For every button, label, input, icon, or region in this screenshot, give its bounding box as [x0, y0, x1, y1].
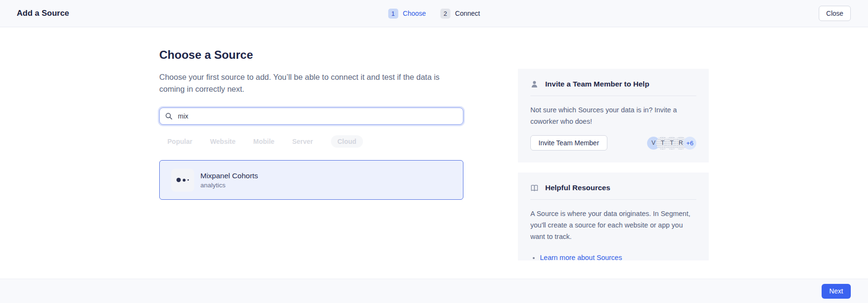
add-source-wizard: Add a Source 1 Choose 2 Connect Close Ch… — [0, 0, 868, 303]
person-icon — [530, 80, 538, 88]
invite-team-member-button[interactable]: Invite Team Member — [530, 135, 607, 151]
invite-panel-title: Invite a Team Member to Help — [545, 80, 649, 88]
tab-website[interactable]: Website — [210, 135, 235, 148]
step-choose[interactable]: 1 Choose — [388, 9, 426, 19]
team-avatar-stack: V T T R +6 — [647, 137, 696, 150]
resources-panel-header: Helpful Resources — [530, 184, 696, 192]
tab-mobile[interactable]: Mobile — [253, 135, 275, 148]
step-choose-label: Choose — [403, 10, 426, 17]
tab-cloud[interactable]: Cloud — [331, 135, 363, 148]
step-choose-badge: 1 — [388, 9, 398, 19]
mixpanel-logo-icon — [171, 169, 194, 192]
list-item: Learn more about Sources — [540, 254, 696, 260]
next-button[interactable]: Next — [822, 284, 851, 299]
step-connect-badge: 2 — [440, 9, 450, 19]
resources-panel: Helpful Resources A Source is where your… — [518, 173, 709, 260]
main-heading: Choose a Source — [159, 48, 463, 62]
step-connect[interactable]: 2 Connect — [440, 9, 480, 19]
wizard-stepper: 1 Choose 2 Connect — [388, 9, 480, 19]
invite-panel-body: Not sure which Sources your data is in? … — [530, 104, 696, 127]
result-type: analytics — [200, 182, 258, 189]
resources-links: Learn more about Sources — [530, 254, 696, 260]
main-content: Choose a Source Choose your first source… — [159, 27, 463, 200]
source-result-mixpanel-cohorts[interactable]: Mixpanel Cohorts analytics — [159, 160, 463, 200]
avatar-overflow-badge: +6 — [683, 137, 696, 150]
source-search — [159, 108, 463, 125]
page-title: Add a Source — [17, 9, 69, 18]
divider — [530, 96, 696, 96]
result-name: Mixpanel Cohorts — [200, 172, 258, 180]
main-description: Choose your first source to add. You’ll … — [159, 71, 446, 95]
wizard-footer: Next — [0, 279, 868, 303]
result-text: Mixpanel Cohorts analytics — [200, 172, 258, 189]
search-input[interactable] — [159, 108, 463, 125]
learn-more-sources-link[interactable]: Learn more about Sources — [540, 254, 622, 260]
resources-panel-title: Helpful Resources — [545, 184, 610, 192]
divider — [530, 199, 696, 200]
search-icon — [165, 112, 173, 120]
invite-row: Invite Team Member V T T R +6 — [530, 135, 696, 151]
category-tabs: Popular Website Mobile Server Cloud — [159, 135, 463, 148]
invite-panel-header: Invite a Team Member to Help — [530, 80, 696, 88]
invite-panel: Invite a Team Member to Help Not sure wh… — [518, 69, 709, 162]
close-button[interactable]: Close — [819, 6, 851, 21]
book-icon — [530, 184, 538, 192]
step-connect-label: Connect — [455, 10, 480, 17]
resources-panel-body: A Source is where your data originates. … — [530, 208, 696, 242]
tab-server[interactable]: Server — [292, 135, 313, 148]
tab-popular[interactable]: Popular — [167, 135, 192, 148]
wizard-header: Add a Source 1 Choose 2 Connect Close — [0, 0, 868, 27]
